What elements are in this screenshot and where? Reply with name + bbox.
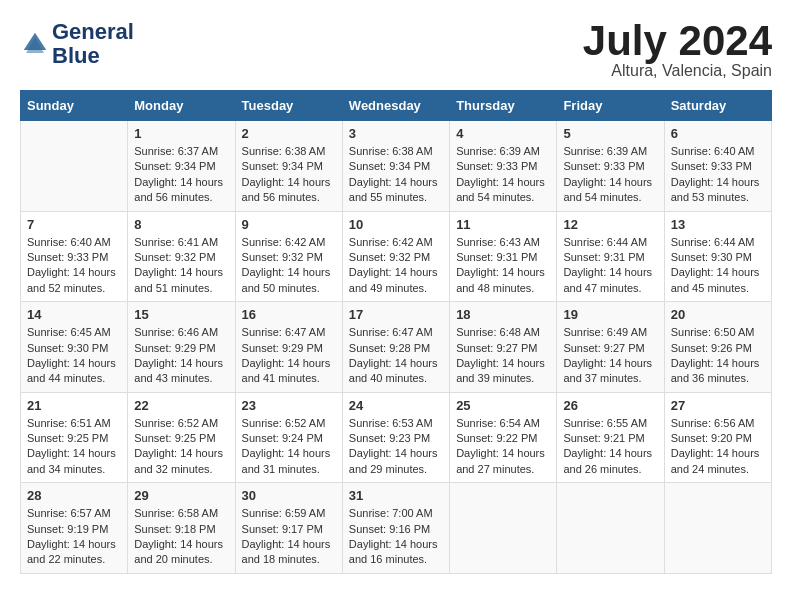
calendar-body: 1Sunrise: 6:37 AM Sunset: 9:34 PM Daylig… [21, 121, 772, 574]
cell-content: Sunrise: 6:38 AM Sunset: 9:34 PM Dayligh… [242, 144, 336, 206]
col-saturday: Saturday [664, 91, 771, 121]
day-number: 9 [242, 217, 336, 232]
cell-content: Sunrise: 6:52 AM Sunset: 9:25 PM Dayligh… [134, 416, 228, 478]
col-monday: Monday [128, 91, 235, 121]
cell-content: Sunrise: 7:00 AM Sunset: 9:16 PM Dayligh… [349, 506, 443, 568]
title-area: July 2024 Altura, Valencia, Spain [583, 20, 772, 80]
calendar-cell: 17Sunrise: 6:47 AM Sunset: 9:28 PM Dayli… [342, 302, 449, 393]
cell-content: Sunrise: 6:56 AM Sunset: 9:20 PM Dayligh… [671, 416, 765, 478]
calendar-cell: 19Sunrise: 6:49 AM Sunset: 9:27 PM Dayli… [557, 302, 664, 393]
day-number: 15 [134, 307, 228, 322]
cell-content: Sunrise: 6:46 AM Sunset: 9:29 PM Dayligh… [134, 325, 228, 387]
cell-content: Sunrise: 6:39 AM Sunset: 9:33 PM Dayligh… [563, 144, 657, 206]
day-number: 25 [456, 398, 550, 413]
day-number: 17 [349, 307, 443, 322]
day-number: 27 [671, 398, 765, 413]
calendar-week-row: 7Sunrise: 6:40 AM Sunset: 9:33 PM Daylig… [21, 211, 772, 302]
logo-line1: General [52, 20, 134, 44]
day-number: 30 [242, 488, 336, 503]
calendar-cell: 25Sunrise: 6:54 AM Sunset: 9:22 PM Dayli… [450, 392, 557, 483]
day-number: 7 [27, 217, 121, 232]
day-number: 11 [456, 217, 550, 232]
calendar-cell: 20Sunrise: 6:50 AM Sunset: 9:26 PM Dayli… [664, 302, 771, 393]
cell-content: Sunrise: 6:47 AM Sunset: 9:28 PM Dayligh… [349, 325, 443, 387]
calendar-cell: 3Sunrise: 6:38 AM Sunset: 9:34 PM Daylig… [342, 121, 449, 212]
cell-content: Sunrise: 6:41 AM Sunset: 9:32 PM Dayligh… [134, 235, 228, 297]
day-number: 4 [456, 126, 550, 141]
col-wednesday: Wednesday [342, 91, 449, 121]
col-thursday: Thursday [450, 91, 557, 121]
day-number: 26 [563, 398, 657, 413]
logo: General Blue [20, 20, 134, 68]
calendar-cell: 21Sunrise: 6:51 AM Sunset: 9:25 PM Dayli… [21, 392, 128, 483]
col-tuesday: Tuesday [235, 91, 342, 121]
day-number: 20 [671, 307, 765, 322]
day-number: 8 [134, 217, 228, 232]
cell-content: Sunrise: 6:53 AM Sunset: 9:23 PM Dayligh… [349, 416, 443, 478]
day-number: 24 [349, 398, 443, 413]
day-number: 19 [563, 307, 657, 322]
cell-content: Sunrise: 6:44 AM Sunset: 9:30 PM Dayligh… [671, 235, 765, 297]
cell-content: Sunrise: 6:42 AM Sunset: 9:32 PM Dayligh… [242, 235, 336, 297]
calendar-week-row: 28Sunrise: 6:57 AM Sunset: 9:19 PM Dayli… [21, 483, 772, 574]
day-number: 13 [671, 217, 765, 232]
day-number: 14 [27, 307, 121, 322]
day-number: 6 [671, 126, 765, 141]
calendar-cell: 11Sunrise: 6:43 AM Sunset: 9:31 PM Dayli… [450, 211, 557, 302]
cell-content: Sunrise: 6:43 AM Sunset: 9:31 PM Dayligh… [456, 235, 550, 297]
calendar-week-row: 14Sunrise: 6:45 AM Sunset: 9:30 PM Dayli… [21, 302, 772, 393]
calendar-table: Sunday Monday Tuesday Wednesday Thursday… [20, 90, 772, 574]
cell-content: Sunrise: 6:44 AM Sunset: 9:31 PM Dayligh… [563, 235, 657, 297]
calendar-cell: 4Sunrise: 6:39 AM Sunset: 9:33 PM Daylig… [450, 121, 557, 212]
day-number: 28 [27, 488, 121, 503]
calendar-cell: 30Sunrise: 6:59 AM Sunset: 9:17 PM Dayli… [235, 483, 342, 574]
day-number: 29 [134, 488, 228, 503]
calendar-cell: 18Sunrise: 6:48 AM Sunset: 9:27 PM Dayli… [450, 302, 557, 393]
calendar-header: Sunday Monday Tuesday Wednesday Thursday… [21, 91, 772, 121]
day-number: 22 [134, 398, 228, 413]
cell-content: Sunrise: 6:48 AM Sunset: 9:27 PM Dayligh… [456, 325, 550, 387]
calendar-cell [664, 483, 771, 574]
logo-icon [20, 29, 50, 59]
day-number: 12 [563, 217, 657, 232]
calendar-cell: 7Sunrise: 6:40 AM Sunset: 9:33 PM Daylig… [21, 211, 128, 302]
calendar-cell: 15Sunrise: 6:46 AM Sunset: 9:29 PM Dayli… [128, 302, 235, 393]
cell-content: Sunrise: 6:37 AM Sunset: 9:34 PM Dayligh… [134, 144, 228, 206]
day-number: 3 [349, 126, 443, 141]
calendar-cell: 12Sunrise: 6:44 AM Sunset: 9:31 PM Dayli… [557, 211, 664, 302]
header-row: Sunday Monday Tuesday Wednesday Thursday… [21, 91, 772, 121]
calendar-cell: 16Sunrise: 6:47 AM Sunset: 9:29 PM Dayli… [235, 302, 342, 393]
cell-content: Sunrise: 6:39 AM Sunset: 9:33 PM Dayligh… [456, 144, 550, 206]
cell-content: Sunrise: 6:40 AM Sunset: 9:33 PM Dayligh… [671, 144, 765, 206]
cell-content: Sunrise: 6:40 AM Sunset: 9:33 PM Dayligh… [27, 235, 121, 297]
day-number: 18 [456, 307, 550, 322]
day-number: 2 [242, 126, 336, 141]
calendar-cell: 5Sunrise: 6:39 AM Sunset: 9:33 PM Daylig… [557, 121, 664, 212]
day-number: 10 [349, 217, 443, 232]
calendar-cell: 22Sunrise: 6:52 AM Sunset: 9:25 PM Dayli… [128, 392, 235, 483]
calendar-cell: 8Sunrise: 6:41 AM Sunset: 9:32 PM Daylig… [128, 211, 235, 302]
calendar-week-row: 21Sunrise: 6:51 AM Sunset: 9:25 PM Dayli… [21, 392, 772, 483]
calendar-cell: 29Sunrise: 6:58 AM Sunset: 9:18 PM Dayli… [128, 483, 235, 574]
calendar-cell: 26Sunrise: 6:55 AM Sunset: 9:21 PM Dayli… [557, 392, 664, 483]
cell-content: Sunrise: 6:38 AM Sunset: 9:34 PM Dayligh… [349, 144, 443, 206]
calendar-cell: 28Sunrise: 6:57 AM Sunset: 9:19 PM Dayli… [21, 483, 128, 574]
logo-text: General Blue [52, 20, 134, 68]
cell-content: Sunrise: 6:58 AM Sunset: 9:18 PM Dayligh… [134, 506, 228, 568]
calendar-cell: 23Sunrise: 6:52 AM Sunset: 9:24 PM Dayli… [235, 392, 342, 483]
calendar-cell: 14Sunrise: 6:45 AM Sunset: 9:30 PM Dayli… [21, 302, 128, 393]
calendar-cell: 27Sunrise: 6:56 AM Sunset: 9:20 PM Dayli… [664, 392, 771, 483]
cell-content: Sunrise: 6:49 AM Sunset: 9:27 PM Dayligh… [563, 325, 657, 387]
cell-content: Sunrise: 6:47 AM Sunset: 9:29 PM Dayligh… [242, 325, 336, 387]
calendar-cell: 9Sunrise: 6:42 AM Sunset: 9:32 PM Daylig… [235, 211, 342, 302]
day-number: 21 [27, 398, 121, 413]
calendar-cell: 24Sunrise: 6:53 AM Sunset: 9:23 PM Dayli… [342, 392, 449, 483]
cell-content: Sunrise: 6:45 AM Sunset: 9:30 PM Dayligh… [27, 325, 121, 387]
calendar-cell [557, 483, 664, 574]
page-header: General Blue July 2024 Altura, Valencia,… [20, 20, 772, 80]
calendar-cell [21, 121, 128, 212]
cell-content: Sunrise: 6:55 AM Sunset: 9:21 PM Dayligh… [563, 416, 657, 478]
cell-content: Sunrise: 6:50 AM Sunset: 9:26 PM Dayligh… [671, 325, 765, 387]
cell-content: Sunrise: 6:54 AM Sunset: 9:22 PM Dayligh… [456, 416, 550, 478]
day-number: 1 [134, 126, 228, 141]
